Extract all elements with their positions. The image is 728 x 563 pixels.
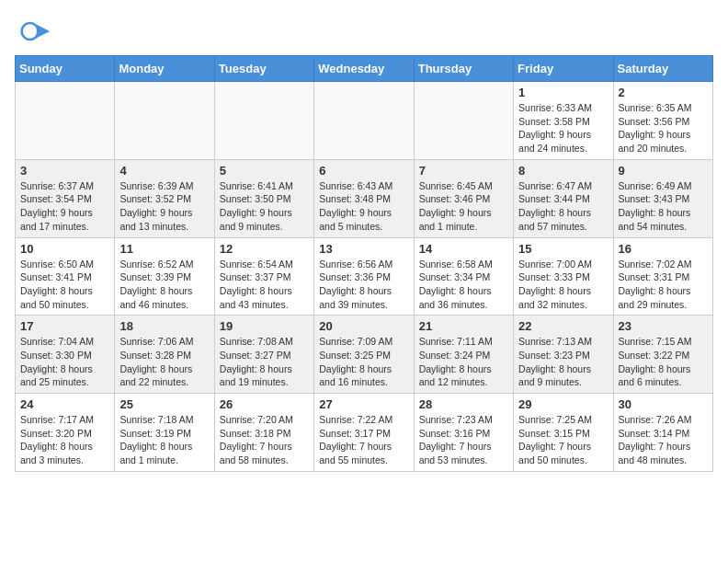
- calendar-cell: 26Sunrise: 7:20 AM Sunset: 3:18 PM Dayli…: [214, 394, 313, 472]
- svg-marker-1: [37, 25, 50, 38]
- day-number: 19: [220, 319, 309, 333]
- calendar-cell: 14Sunrise: 6:58 AM Sunset: 3:34 PM Dayli…: [414, 237, 513, 316]
- day-number: 15: [518, 242, 608, 256]
- day-info: Sunrise: 7:17 AM Sunset: 3:20 PM Dayligh…: [20, 413, 109, 467]
- page-header: [0, 0, 728, 55]
- day-info: Sunrise: 6:56 AM Sunset: 3:36 PM Dayligh…: [319, 258, 408, 312]
- calendar-cell: 6Sunrise: 6:43 AM Sunset: 3:48 PM Daylig…: [314, 159, 414, 237]
- day-number: 27: [319, 397, 408, 411]
- day-number: 20: [319, 319, 408, 333]
- day-info: Sunrise: 6:52 AM Sunset: 3:39 PM Dayligh…: [119, 258, 209, 312]
- calendar-cell: 25Sunrise: 7:18 AM Sunset: 3:19 PM Dayli…: [115, 394, 214, 472]
- calendar-cell: 18Sunrise: 7:06 AM Sunset: 3:28 PM Dayli…: [115, 316, 214, 394]
- day-info: Sunrise: 7:22 AM Sunset: 3:17 PM Dayligh…: [319, 413, 408, 467]
- day-info: Sunrise: 6:33 AM Sunset: 3:58 PM Dayligh…: [518, 101, 608, 155]
- day-info: Sunrise: 6:39 AM Sunset: 3:52 PM Dayligh…: [119, 179, 209, 234]
- calendar-cell: 5Sunrise: 6:41 AM Sunset: 3:50 PM Daylig…: [214, 159, 313, 237]
- calendar-cell: [16, 82, 115, 160]
- day-number: 10: [20, 242, 109, 256]
- day-info: Sunrise: 7:13 AM Sunset: 3:23 PM Dayligh…: [518, 335, 608, 389]
- day-number: 16: [619, 242, 708, 256]
- day-number: 1: [518, 86, 608, 99]
- calendar-cell: [314, 82, 414, 160]
- calendar-week-4: 17Sunrise: 7:04 AM Sunset: 3:30 PM Dayli…: [16, 316, 713, 394]
- day-info: Sunrise: 7:11 AM Sunset: 3:24 PM Dayligh…: [419, 335, 508, 389]
- calendar-cell: 20Sunrise: 7:09 AM Sunset: 3:25 PM Dayli…: [314, 316, 414, 394]
- calendar-cell: [214, 82, 313, 160]
- weekday-header-wednesday: Wednesday: [314, 56, 414, 82]
- logo: [18, 15, 55, 48]
- day-number: 21: [419, 319, 508, 333]
- calendar-cell: 17Sunrise: 7:04 AM Sunset: 3:30 PM Dayli…: [16, 316, 115, 394]
- weekday-header-saturday: Saturday: [613, 56, 712, 82]
- day-number: 22: [518, 319, 608, 333]
- calendar-cell: 30Sunrise: 7:26 AM Sunset: 3:14 PM Dayli…: [613, 394, 712, 472]
- day-info: Sunrise: 6:37 AM Sunset: 3:54 PM Dayligh…: [20, 179, 109, 234]
- day-info: Sunrise: 7:25 AM Sunset: 3:15 PM Dayligh…: [518, 413, 608, 467]
- calendar-cell: 13Sunrise: 6:56 AM Sunset: 3:36 PM Dayli…: [314, 237, 414, 316]
- calendar-week-5: 24Sunrise: 7:17 AM Sunset: 3:20 PM Dayli…: [16, 394, 713, 472]
- calendar-cell: 9Sunrise: 6:49 AM Sunset: 3:43 PM Daylig…: [613, 159, 712, 237]
- weekday-header-sunday: Sunday: [16, 56, 115, 82]
- calendar-cell: 23Sunrise: 7:15 AM Sunset: 3:22 PM Dayli…: [613, 316, 712, 394]
- day-info: Sunrise: 7:26 AM Sunset: 3:14 PM Dayligh…: [619, 413, 708, 467]
- day-number: 18: [119, 319, 209, 333]
- svg-point-0: [22, 23, 39, 40]
- calendar-cell: 19Sunrise: 7:08 AM Sunset: 3:27 PM Dayli…: [214, 316, 313, 394]
- day-info: Sunrise: 7:18 AM Sunset: 3:19 PM Dayligh…: [119, 413, 209, 467]
- day-info: Sunrise: 7:23 AM Sunset: 3:16 PM Dayligh…: [419, 413, 508, 467]
- calendar-cell: 11Sunrise: 6:52 AM Sunset: 3:39 PM Dayli…: [115, 237, 214, 316]
- calendar-wrapper: SundayMondayTuesdayWednesdayThursdayFrid…: [0, 55, 728, 472]
- day-info: Sunrise: 7:15 AM Sunset: 3:22 PM Dayligh…: [619, 335, 708, 389]
- day-info: Sunrise: 6:58 AM Sunset: 3:34 PM Dayligh…: [419, 258, 508, 312]
- calendar-cell: 4Sunrise: 6:39 AM Sunset: 3:52 PM Daylig…: [115, 159, 214, 237]
- day-info: Sunrise: 7:09 AM Sunset: 3:25 PM Dayligh…: [319, 335, 408, 389]
- calendar-cell: 3Sunrise: 6:37 AM Sunset: 3:54 PM Daylig…: [16, 159, 115, 237]
- logo-icon: [18, 15, 51, 48]
- day-info: Sunrise: 7:20 AM Sunset: 3:18 PM Dayligh…: [220, 413, 309, 467]
- calendar-cell: 15Sunrise: 7:00 AM Sunset: 3:33 PM Dayli…: [514, 237, 613, 316]
- day-number: 11: [119, 242, 209, 256]
- calendar-cell: 16Sunrise: 7:02 AM Sunset: 3:31 PM Dayli…: [613, 237, 712, 316]
- day-number: 6: [319, 164, 408, 178]
- day-number: 29: [518, 397, 608, 411]
- day-info: Sunrise: 6:54 AM Sunset: 3:37 PM Dayligh…: [220, 258, 309, 312]
- day-number: 28: [419, 397, 508, 411]
- day-info: Sunrise: 6:50 AM Sunset: 3:41 PM Dayligh…: [20, 258, 109, 312]
- day-number: 25: [119, 397, 209, 411]
- day-number: 9: [619, 164, 708, 178]
- day-info: Sunrise: 7:00 AM Sunset: 3:33 PM Dayligh…: [518, 258, 608, 312]
- calendar-week-1: 1Sunrise: 6:33 AM Sunset: 3:58 PM Daylig…: [16, 82, 713, 160]
- calendar-week-2: 3Sunrise: 6:37 AM Sunset: 3:54 PM Daylig…: [16, 159, 713, 237]
- day-info: Sunrise: 6:45 AM Sunset: 3:46 PM Dayligh…: [419, 179, 508, 234]
- day-number: 17: [20, 319, 109, 333]
- day-number: 4: [119, 164, 209, 178]
- day-number: 30: [619, 397, 708, 411]
- calendar-cell: [115, 82, 214, 160]
- calendar-cell: 21Sunrise: 7:11 AM Sunset: 3:24 PM Dayli…: [414, 316, 513, 394]
- day-info: Sunrise: 7:04 AM Sunset: 3:30 PM Dayligh…: [20, 335, 109, 389]
- day-info: Sunrise: 7:02 AM Sunset: 3:31 PM Dayligh…: [619, 258, 708, 312]
- day-number: 2: [619, 86, 708, 99]
- day-number: 5: [220, 164, 309, 178]
- calendar-body: 1Sunrise: 6:33 AM Sunset: 3:58 PM Daylig…: [16, 82, 713, 472]
- calendar-cell: 2Sunrise: 6:35 AM Sunset: 3:56 PM Daylig…: [613, 82, 712, 160]
- calendar-cell: 29Sunrise: 7:25 AM Sunset: 3:15 PM Dayli…: [514, 394, 613, 472]
- calendar-cell: 8Sunrise: 6:47 AM Sunset: 3:44 PM Daylig…: [514, 159, 613, 237]
- calendar-cell: 10Sunrise: 6:50 AM Sunset: 3:41 PM Dayli…: [16, 237, 115, 316]
- calendar-cell: 24Sunrise: 7:17 AM Sunset: 3:20 PM Dayli…: [16, 394, 115, 472]
- calendar-cell: 22Sunrise: 7:13 AM Sunset: 3:23 PM Dayli…: [514, 316, 613, 394]
- day-info: Sunrise: 6:49 AM Sunset: 3:43 PM Dayligh…: [619, 179, 708, 234]
- day-number: 23: [619, 319, 708, 333]
- day-info: Sunrise: 7:08 AM Sunset: 3:27 PM Dayligh…: [220, 335, 309, 389]
- calendar-table: SundayMondayTuesdayWednesdayThursdayFrid…: [15, 55, 713, 472]
- day-number: 7: [419, 164, 508, 178]
- weekday-header-friday: Friday: [514, 56, 613, 82]
- calendar-cell: 1Sunrise: 6:33 AM Sunset: 3:58 PM Daylig…: [514, 82, 613, 160]
- day-info: Sunrise: 6:41 AM Sunset: 3:50 PM Dayligh…: [220, 179, 309, 234]
- day-number: 12: [220, 242, 309, 256]
- weekday-header-monday: Monday: [115, 56, 214, 82]
- calendar-cell: 27Sunrise: 7:22 AM Sunset: 3:17 PM Dayli…: [314, 394, 414, 472]
- day-number: 24: [20, 397, 109, 411]
- day-number: 13: [319, 242, 408, 256]
